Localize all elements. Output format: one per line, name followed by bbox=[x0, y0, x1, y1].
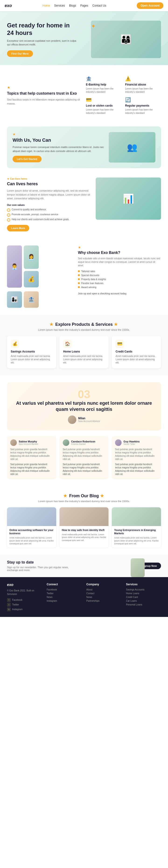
testi-name-2: Guy Hawkins bbox=[123, 440, 139, 443]
topic-desc-3: Lorem ipsum has been the industry's stan… bbox=[125, 108, 161, 115]
product-card-1: 🏠 Home Loans Amet malesuada proin sed ni… bbox=[59, 336, 109, 368]
why-item-2: Property data & insights bbox=[78, 278, 161, 281]
hero-cta-button[interactable]: Find Out More bbox=[7, 50, 33, 57]
instagram-label: Instagram bbox=[12, 608, 23, 611]
testi-card-1: Candace Robertson Finance Banker Sed pul… bbox=[59, 436, 109, 479]
nav-contact[interactable]: Contact Us bbox=[92, 4, 106, 7]
blog-img-1 bbox=[59, 507, 109, 526]
twitter-label: Twitter bbox=[12, 603, 19, 606]
with-us-cta-button[interactable]: Let's Get Started bbox=[13, 156, 42, 162]
blog-card-0[interactable]: Online accounting software for your busi… bbox=[7, 507, 56, 548]
testimonial-section: 03 At varius vel pharetra vel turpis nun… bbox=[0, 375, 168, 486]
footer-company: Company About Contact News Partnerships bbox=[86, 583, 121, 611]
people-icon: 👨‍👩‍👦 bbox=[120, 34, 132, 45]
home-loans-icon: 🏠 bbox=[63, 340, 72, 348]
dot-0 bbox=[78, 270, 80, 272]
topics-grid: ★ Topics that help customers trust in Ex… bbox=[7, 76, 161, 115]
social-facebook[interactable]: f Facebook bbox=[7, 598, 42, 602]
newsletter-text: Stay up to date Sign up for our newslett… bbox=[7, 560, 77, 571]
social-twitter[interactable]: t Twitter bbox=[7, 603, 42, 607]
blog-post-title-2: Young Entrepreneurs in Emerging Markets bbox=[114, 528, 159, 535]
footer-connect-item-0[interactable]: Facebook bbox=[47, 588, 82, 591]
core-values-title: Our core values bbox=[7, 203, 90, 207]
blog-star-left: ★ bbox=[63, 494, 67, 498]
hero-image: 👨‍👩‍👦 bbox=[91, 21, 161, 58]
with-us-tag: ★ bbox=[13, 132, 104, 136]
topic-title-3: Regular payments bbox=[125, 104, 161, 107]
nav-logo[interactable]: exo bbox=[5, 3, 12, 8]
testi-card-top-0: Sabine Murphy New Account Banker bbox=[10, 439, 53, 446]
check-item-2: ✓ Help our clients and customers build a… bbox=[7, 218, 90, 222]
footer-services-item-1[interactable]: Home Loans bbox=[126, 592, 161, 595]
nav-home[interactable]: Home bbox=[42, 4, 50, 7]
testi-name-1: Candace Robertson bbox=[71, 440, 95, 443]
blog-title: ★ From Our Blog ★ bbox=[7, 493, 161, 498]
payments-icon: 🔄 bbox=[125, 97, 161, 102]
with-us-text: ★ With Us, You Can Pulvinar neque lorem … bbox=[13, 132, 104, 162]
footer-services-item-2[interactable]: Credit Card bbox=[126, 596, 161, 598]
quote-text: At varius vel pharetra vel turpis nunc e… bbox=[13, 400, 155, 412]
testi-text-0: Sed pulvinar proin gravida hendrerit lec… bbox=[10, 448, 53, 461]
topics-left: ★ Topics that help customers trust in Ex… bbox=[7, 76, 82, 115]
footer-services-item-4[interactable]: Personal Loans bbox=[126, 603, 161, 606]
footer-brand: exo © Exo Bank 2022. Built on Simvision … bbox=[7, 583, 42, 611]
can-lives-cta-button[interactable]: Learn More bbox=[7, 225, 29, 231]
newsletter-person bbox=[131, 558, 145, 577]
topic-item-3: 🔄 Regular payments Lorem ipsum has been … bbox=[125, 97, 161, 115]
blog-img-0 bbox=[7, 507, 56, 526]
blog-header: ★ From Our Blog ★ Lorem ipsum has been t… bbox=[7, 493, 161, 503]
blog-section: ★ From Our Blog ★ Lorem ipsum has been t… bbox=[0, 486, 168, 555]
why-img-grid-2: 👩‍👧 🏦 bbox=[7, 291, 39, 308]
footer-connect-item-3[interactable]: Instagram bbox=[47, 599, 82, 602]
footer-services-item-0[interactable]: Savings Accounts bbox=[126, 588, 161, 591]
footer-company-list: About Contact News Partnerships bbox=[86, 588, 121, 602]
blog-card-2[interactable]: Young Entrepreneurs in Emerging Markets … bbox=[112, 507, 161, 548]
with-us-title: With Us, You Can bbox=[13, 137, 104, 143]
footer-services-item-3[interactable]: Car Loans bbox=[126, 599, 161, 602]
topics-main-title: Topics that help customers trust in Exo bbox=[7, 91, 82, 96]
blog-post-desc-1: Amet malesuada proin sed nisi lacinia. L… bbox=[62, 533, 107, 542]
nav-services[interactable]: Services bbox=[54, 4, 65, 7]
footer-company-item-2[interactable]: News bbox=[86, 596, 121, 598]
why-title: Why choose Exo Bank? bbox=[78, 251, 161, 255]
topic-item-0: 🏦 E-Banking help Lorem ipsum has been th… bbox=[86, 76, 122, 94]
can-lives-description: Lorem ipsum dolor sit amet, consectetur … bbox=[7, 189, 90, 200]
check-item-1: ✓ Promote accurate, prompt, courteous se… bbox=[7, 213, 90, 217]
core-values: Our core values ✓ Commit to quality and … bbox=[7, 203, 90, 222]
check-label-0: Commit to quality and excellence. bbox=[12, 208, 47, 211]
topics-tag: ★ bbox=[7, 85, 82, 90]
navbar: exo Home Services Blogs Pages Contact Us… bbox=[0, 0, 168, 11]
social-instagram[interactable]: in Instagram bbox=[7, 608, 42, 611]
topics-right: 🏦 E-Banking help Lorem ipsum has been th… bbox=[86, 76, 161, 115]
nav-blogs[interactable]: Blogs bbox=[69, 4, 76, 7]
testi-text-2: Sed pulvinar proin gravida hendrerit lec… bbox=[115, 448, 158, 461]
nav-pages[interactable]: Pages bbox=[80, 4, 88, 7]
topic-item-1: ⚠️ Financial abuse Lorem ipsum has been … bbox=[125, 76, 161, 94]
testimonial-quote: 03 At varius vel pharetra vel turpis nun… bbox=[7, 382, 161, 431]
product-title-1: Home Loans bbox=[63, 350, 105, 353]
footer-company-item-3[interactable]: Partnerships bbox=[86, 599, 121, 602]
author-avatar bbox=[68, 415, 76, 424]
blog-content-1: How to stay safe from identity theft Ame… bbox=[59, 526, 109, 544]
savings-icon: 💰 bbox=[11, 340, 19, 348]
newsletter-section: Stay up to date Sign up for our newslett… bbox=[0, 555, 168, 577]
can-lives-title: Can lives heres bbox=[7, 182, 90, 186]
newsletter-title: Stay up to date bbox=[7, 560, 77, 564]
hero-title: Get ready for home in 24 hours bbox=[7, 22, 77, 36]
with-us-image: 👥 bbox=[109, 132, 155, 162]
footer-connect-item-1[interactable]: Twitter bbox=[47, 592, 82, 595]
check-item-0: ✓ Commit to quality and excellence. bbox=[7, 208, 90, 212]
financial-abuse-icon: ⚠️ bbox=[125, 76, 161, 82]
open-account-button[interactable]: Open Account bbox=[137, 2, 163, 9]
blog-card-1[interactable]: How to stay safe from identity theft Ame… bbox=[59, 507, 109, 548]
product-card-2: 💳 Credit Cards Amet malesuada proin sed … bbox=[112, 336, 161, 368]
footer-connect-item-2[interactable]: News bbox=[47, 596, 82, 598]
blog-post-title-1: How to stay safe from identity theft bbox=[62, 528, 107, 532]
facebook-icon: f bbox=[7, 598, 11, 602]
footer-company-item-1[interactable]: Contact bbox=[86, 592, 121, 595]
star-decoration-1: ✦ bbox=[91, 23, 96, 30]
nav-links: Home Services Blogs Pages Contact Us bbox=[42, 4, 106, 7]
testi-author-1: Candace Robertson Finance Banker bbox=[71, 440, 95, 445]
why-img-grid: 👩‍💼 👨‍💼 💰 bbox=[7, 245, 39, 288]
footer-company-item-0[interactable]: About bbox=[86, 588, 121, 591]
